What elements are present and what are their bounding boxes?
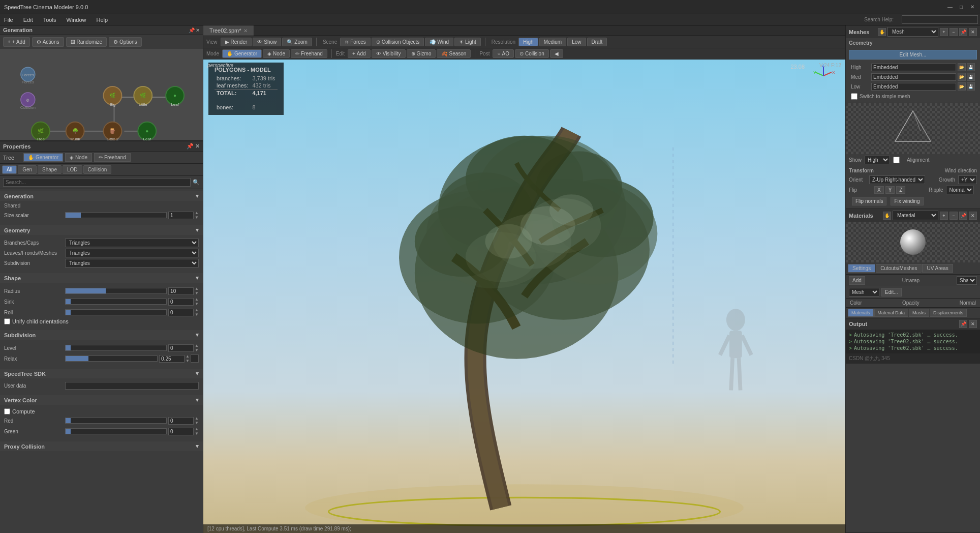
relax-input[interactable] bbox=[159, 355, 185, 363]
tab-gen[interactable]: Gen bbox=[18, 165, 37, 174]
node-tab-node[interactable]: ◈ Node bbox=[65, 153, 92, 162]
mat-mesh-select[interactable]: Mesh bbox=[849, 288, 879, 297]
gizmo-button[interactable]: ⊕ Gizmo bbox=[407, 49, 436, 58]
ripple-select[interactable]: Normal bbox=[946, 186, 974, 194]
meshes-pin-icon[interactable]: 📌 bbox=[959, 28, 967, 36]
mat-subtab-displacements[interactable]: Displacements bbox=[930, 309, 967, 317]
flip-y-button[interactable]: Y bbox=[885, 186, 895, 194]
options-button[interactable]: ⚙ Options bbox=[109, 37, 141, 47]
node-tab-freehand[interactable]: ✏ Freehand bbox=[94, 153, 131, 162]
edit-mesh-button[interactable]: Edit Mesh... bbox=[849, 50, 977, 60]
search-help-input[interactable] bbox=[902, 15, 978, 24]
viewport-3d[interactable]: perspective POLYGONS - MODEL branches: 3… bbox=[203, 60, 845, 533]
material-dropdown[interactable]: Material bbox=[893, 211, 938, 220]
properties-pin-icon[interactable]: 📌 bbox=[187, 143, 194, 149]
mat-tab-cutouts[interactable]: Cutouts/Meshes bbox=[876, 264, 922, 273]
mat-add-button[interactable]: Add bbox=[849, 276, 865, 285]
menu-help[interactable]: Help bbox=[95, 16, 110, 24]
section-geometry-header[interactable]: Geometry ▾ bbox=[0, 225, 203, 235]
size-scalar-slider[interactable] bbox=[65, 212, 167, 218]
show-dropdown[interactable]: High bbox=[865, 156, 890, 164]
randomize-button[interactable]: ⚄ Randomize bbox=[66, 37, 107, 47]
meshes-add-icon[interactable]: + bbox=[940, 28, 948, 36]
season-button[interactable]: 🍂 Season bbox=[437, 49, 471, 58]
add-button[interactable]: + + Add bbox=[3, 37, 30, 47]
mat-edit-button[interactable]: Edit... bbox=[881, 288, 902, 297]
section-vertex-header[interactable]: Vertex Color ▾ bbox=[0, 395, 203, 405]
sink-slider[interactable] bbox=[65, 299, 167, 305]
mode-node-button[interactable]: ◈ Node bbox=[263, 49, 290, 58]
radius-slider[interactable] bbox=[65, 288, 167, 294]
materials-pin-icon[interactable]: 📌 bbox=[959, 212, 967, 220]
mat-tab-uv[interactable]: UV Areas bbox=[922, 264, 953, 273]
size-scalar-arrows[interactable]: ▲▼ bbox=[195, 211, 199, 220]
subdivision-geo-select[interactable]: Triangles bbox=[65, 259, 199, 268]
node-graph[interactable]: Forces Forces ⚙ Collision 🌿 Tree 🌳 Trunk bbox=[0, 49, 203, 140]
maximize-button[interactable]: □ bbox=[958, 4, 965, 11]
size-scalar-input[interactable] bbox=[168, 212, 194, 219]
high-save-icon[interactable]: 💾 bbox=[967, 63, 975, 71]
generation-pin-icon[interactable]: 📌 bbox=[189, 27, 195, 33]
mode-generator-button[interactable]: ✋ Generator bbox=[222, 49, 262, 58]
med-load-icon[interactable]: 📂 bbox=[958, 73, 966, 81]
unify-checkbox[interactable] bbox=[4, 318, 10, 324]
materials-minus-icon[interactable]: − bbox=[950, 212, 958, 220]
red-arrows[interactable]: ▲▼ bbox=[195, 416, 199, 425]
collision-objects-button[interactable]: ⊙ Collision Objects bbox=[372, 38, 424, 46]
node-tab-generator[interactable]: ✋ Generator bbox=[23, 153, 63, 162]
roll-slider[interactable] bbox=[65, 309, 167, 315]
high-quality-input[interactable] bbox=[871, 64, 956, 71]
tab-all[interactable]: All bbox=[2, 165, 17, 174]
materials-close-icon[interactable]: ✕ bbox=[969, 212, 977, 220]
flip-z-button[interactable]: Z bbox=[896, 186, 905, 194]
section-sdk-header[interactable]: SpeedTree SDK ▾ bbox=[0, 369, 203, 378]
draft-simple-checkbox[interactable] bbox=[851, 93, 858, 100]
light-button[interactable]: ☀ Light bbox=[454, 38, 481, 46]
mat-share-select[interactable]: Share bbox=[957, 276, 977, 285]
edit-add-button[interactable]: + Add bbox=[348, 49, 371, 58]
relax-color-swatch[interactable] bbox=[191, 354, 199, 363]
show-checkbox[interactable] bbox=[893, 157, 900, 163]
roll-arrows[interactable]: ▲▼ bbox=[195, 308, 199, 317]
forces-button[interactable]: ≋ Forces bbox=[340, 38, 371, 46]
menu-edit[interactable]: Edit bbox=[21, 16, 35, 24]
flip-normals-button[interactable]: Flip normals bbox=[852, 197, 886, 205]
low-load-icon[interactable]: 📂 bbox=[958, 82, 966, 91]
orient-select[interactable]: Z-Up Right-handed bbox=[869, 175, 925, 184]
meshes-minus-icon[interactable]: − bbox=[950, 28, 958, 36]
minimize-button[interactable]: — bbox=[946, 4, 954, 11]
materials-add-icon[interactable]: + bbox=[940, 212, 948, 220]
compute-checkbox[interactable] bbox=[4, 408, 10, 414]
close-button[interactable]: ✕ bbox=[969, 4, 976, 11]
branches-select[interactable]: Triangles bbox=[65, 239, 199, 247]
section-generation-header[interactable]: Generation ▾ bbox=[0, 191, 203, 201]
mode-freehand-button[interactable]: ✏ Freehand bbox=[291, 49, 327, 58]
sink-input[interactable] bbox=[168, 298, 194, 306]
section-subdivision-header[interactable]: Subdivision ▾ bbox=[0, 330, 203, 340]
section-proxy-header[interactable]: Proxy Collision ▾ bbox=[0, 441, 203, 451]
mat-subtab-materials[interactable]: Materials bbox=[848, 309, 874, 317]
mat-subtab-masks[interactable]: Masks bbox=[909, 309, 929, 317]
relax-arrows[interactable]: ▲▼ bbox=[186, 354, 190, 363]
meshes-hand-icon[interactable]: ✋ bbox=[878, 28, 886, 36]
growth-select[interactable]: +Y bbox=[958, 175, 977, 184]
mesh-dropdown[interactable]: Mesh bbox=[887, 27, 938, 37]
menu-window[interactable]: Window bbox=[64, 16, 88, 24]
ao-button[interactable]: ○ AO bbox=[493, 49, 514, 58]
visibility-button[interactable]: 👁 Visibility bbox=[372, 49, 406, 58]
generation-close-icon[interactable]: ✕ bbox=[196, 27, 200, 33]
radius-arrows[interactable]: ▲▼ bbox=[195, 286, 199, 295]
search-input[interactable] bbox=[3, 178, 191, 187]
menu-file[interactable]: File bbox=[2, 16, 15, 24]
fix-winding-button[interactable]: Fix winding bbox=[891, 197, 923, 205]
red-slider[interactable] bbox=[65, 418, 167, 424]
red-input[interactable] bbox=[168, 417, 194, 425]
zoom-button[interactable]: 🔍 Zoom bbox=[282, 38, 312, 46]
res-high-button[interactable]: High bbox=[518, 38, 538, 46]
res-medium-button[interactable]: Medium bbox=[539, 38, 567, 46]
radius-input[interactable] bbox=[168, 287, 194, 295]
mat-tab-settings[interactable]: Settings bbox=[848, 264, 875, 273]
file-tab-tree02[interactable]: Tree02.spm* ✕ bbox=[203, 25, 254, 36]
sink-arrows[interactable]: ▲▼ bbox=[195, 297, 199, 306]
collision-button[interactable]: ⊙ Collision bbox=[515, 49, 549, 58]
